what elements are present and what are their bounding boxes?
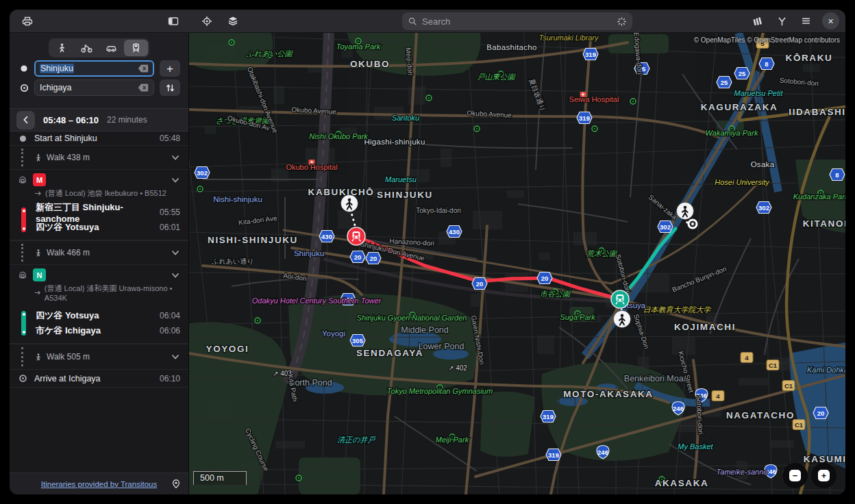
stop-name: 市ケ谷 Ichigaya [36, 325, 101, 337]
map-label: 清正の井戸 [337, 436, 376, 444]
walk-icon [34, 249, 42, 257]
walk-marker[interactable] [614, 311, 631, 328]
zoom-in-button[interactable]: + [811, 463, 837, 488]
map-label: Suga Park [560, 313, 595, 321]
map-label: OKUBO [350, 59, 390, 69]
stop-name: 四ツ谷 Yotsuya [36, 221, 99, 234]
map-label: Seiwa Hospital [569, 95, 619, 103]
itinerary-steps: Start at Shinjuku 05:48 Walk 438 m [10, 131, 188, 473]
sidebar-footer: Itineraries provided by Transitous [10, 473, 188, 494]
map-label: Hosei University [715, 178, 770, 186]
step-start[interactable]: Start at Shinjuku 05:48 [10, 131, 188, 145]
svg-text:8: 8 [765, 60, 768, 68]
origin-input[interactable]: Shinjuku [34, 60, 154, 77]
back-button[interactable] [16, 111, 35, 129]
svg-text:20: 20 [476, 280, 484, 288]
backspace-clear-icon [138, 84, 149, 92]
walk-marker[interactable] [677, 203, 694, 220]
train-icon [131, 42, 141, 53]
svg-text:319: 319 [585, 51, 596, 58]
layers-icon [227, 16, 238, 27]
search-trailing-button[interactable] [617, 16, 627, 27]
plus-icon: + [818, 470, 830, 481]
step-walk-3[interactable]: Walk 505 m [10, 344, 188, 370]
step-start-label: Start at Shinjuku [34, 134, 97, 143]
map-label: My Basket [678, 442, 713, 451]
screen: Search × [0, 0, 855, 504]
step-transit-2-stops: 四ツ谷 Yotsuya06:04 市ケ谷 Ichigaya06:06 [10, 305, 188, 344]
step-arrive[interactable]: Arrive at Ichigaya 06:10 [10, 370, 188, 388]
mode-transit-button[interactable] [124, 40, 148, 56]
transport-mode-switcher [49, 38, 149, 58]
window-close-button[interactable]: × [822, 12, 839, 29]
road-shield: 25 [734, 68, 749, 79]
step-walk-2[interactable]: Walk 466 m [10, 240, 188, 265]
map-view[interactable]: 2020202020430430302302302305305319319319… [189, 33, 845, 494]
chevron-down-icon[interactable] [171, 270, 180, 280]
chevron-down-icon[interactable] [171, 175, 180, 185]
clear-origin-button[interactable] [138, 64, 149, 73]
svg-text:246: 246 [673, 405, 684, 412]
map-label: Nishi-shinjuku [213, 195, 262, 203]
transit-stop-marker[interactable] [347, 227, 365, 245]
transit-stop-marker[interactable] [611, 290, 629, 308]
destination-input[interactable]: Ichigaya [34, 79, 154, 96]
map-label: Kami Dohka [807, 366, 845, 374]
add-stop-button[interactable]: + [160, 60, 180, 77]
clear-destination-button[interactable] [138, 84, 149, 92]
map-label: Maruetsu [385, 175, 417, 184]
map-label: Okubo Hospital [286, 163, 337, 171]
walk-marker[interactable] [341, 195, 358, 212]
map-label: Shinjuku Gyoen National Garden [357, 314, 467, 322]
zoom-out-button[interactable]: − [782, 463, 808, 488]
backspace-clear-icon [138, 64, 149, 73]
map-canvas[interactable]: 2020202020430430302302302305305319319319… [189, 33, 845, 494]
chevron-down-icon[interactable] [171, 153, 180, 162]
sidebar-toggle-icon [168, 16, 179, 27]
road-shield: C1 [793, 420, 805, 430]
map-label: Shinjuku [294, 249, 324, 257]
bookmarks-button[interactable] [750, 14, 765, 29]
mode-bike-button[interactable] [75, 40, 99, 56]
step-transit-1-stops: 新宿三丁目 Shinjuku-sanchome05:55 四ツ谷 Yotsuya… [10, 201, 188, 240]
layers-button[interactable] [225, 14, 240, 29]
step-transit-1[interactable]: M (普通 Local) 池袋 Ikebukuro • B5512 [10, 170, 188, 201]
step-start-time: 05:48 [160, 134, 180, 143]
road-shield: 430 [447, 226, 462, 238]
svg-text:20: 20 [541, 275, 549, 282]
location-pin-button[interactable] [171, 479, 181, 489]
main-menu-button[interactable] [798, 14, 813, 29]
step-walk-1[interactable]: Walk 438 m [10, 145, 188, 170]
close-icon: × [828, 16, 833, 27]
map-label: KAGURAZAKA [701, 102, 778, 112]
road-shield: 302 [658, 221, 673, 233]
locate-button[interactable] [199, 14, 214, 29]
map-attribution[interactable]: © OpenMapTiles © OpenStreetMap contribut… [694, 36, 840, 44]
transitous-attribution-link[interactable]: Itineraries provided by Transitous [41, 480, 157, 488]
sidebar-toggle-button[interactable] [166, 14, 181, 29]
destination-marker[interactable] [688, 219, 698, 229]
routes-button[interactable] [774, 14, 789, 29]
road-shield: 430 [319, 231, 334, 242]
line-badge-n: N [33, 268, 46, 281]
arrow-right-icon [34, 290, 41, 296]
svg-text:430: 430 [321, 233, 332, 240]
walk-dotted-line [21, 149, 23, 166]
road-shield: 20 [366, 253, 381, 264]
mode-walk-button[interactable] [50, 40, 74, 56]
destination-row: Ichigaya [10, 78, 188, 97]
start-dot-icon [18, 135, 27, 142]
step-transit-2[interactable]: N (普通 Local) 浦和美園 Urawa-misono • A534K [10, 265, 188, 305]
map-label: SENDAGAYA [356, 348, 423, 358]
search-input[interactable]: Search [402, 12, 632, 30]
print-button[interactable] [20, 14, 35, 29]
svg-text:319: 319 [543, 413, 554, 420]
road-shield: 8 [759, 58, 774, 70]
chevron-down-icon[interactable] [171, 248, 180, 257]
mode-car-button[interactable] [99, 40, 123, 56]
chevron-down-icon[interactable] [171, 352, 180, 362]
swap-endpoints-button[interactable] [160, 79, 180, 96]
line-bar-red [21, 207, 26, 232]
hamburger-menu-icon [801, 16, 811, 26]
car-icon [106, 42, 117, 53]
